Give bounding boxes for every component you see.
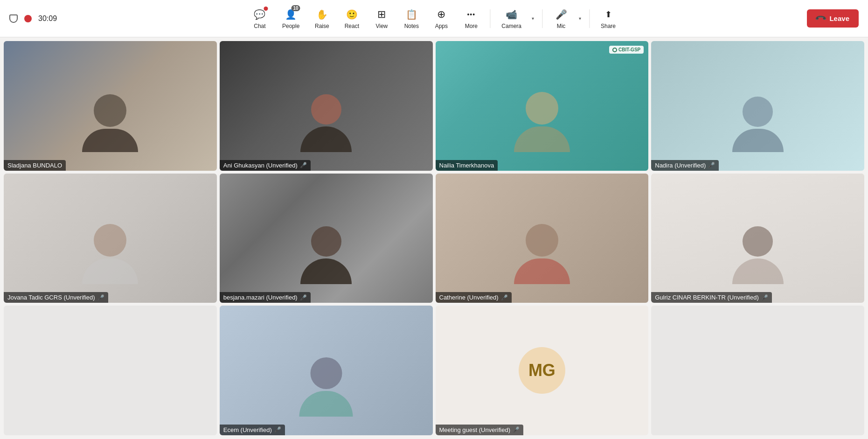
react-icon: 🙂 — [345, 8, 358, 21]
besjana-silhouette — [300, 226, 352, 284]
jovana-silhouette — [82, 224, 138, 284]
people-button[interactable]: 👤 10 People — [276, 5, 306, 32]
toolbar-divider-1 — [490, 9, 490, 28]
share-label: Share — [601, 23, 616, 29]
react-button[interactable]: 🙂 React — [338, 5, 366, 32]
name-text-catherine: Catherine (Unverified) — [439, 294, 499, 301]
video-cell-nailia: CBIT-GSP Nailia Timerkhanova — [436, 41, 649, 171]
nailia-silhouette — [514, 92, 570, 152]
people-count-badge: 10 — [292, 5, 300, 11]
raise-button[interactable]: ✋ Raise — [308, 5, 336, 32]
video-cell-meeting-guest: MG Meeting guest (Unverified) 🎤 — [436, 306, 649, 435]
name-tag-ecem: Ecem (Unverified) 🎤 — [220, 425, 285, 435]
video-cell-ecem: Ecem (Unverified) 🎤 — [220, 306, 433, 435]
ani-silhouette — [300, 94, 352, 152]
mic-off-icon-nadira: 🎤 — [708, 162, 715, 168]
chat-notification-dot — [264, 7, 268, 11]
apps-icon: ⊕ — [435, 8, 448, 21]
mic-button[interactable]: 🎤 Mic — [547, 5, 575, 32]
video-grid: Sladjana BUNDALO Ani Ghukasyan (Unverifi… — [0, 37, 868, 439]
raise-label: Raise — [315, 23, 329, 29]
share-button[interactable]: ⬆ Share — [594, 5, 622, 32]
meeting-guest-avatar: MG — [519, 347, 565, 394]
video-cell-ani: Ani Ghukasyan (Unverified) 🎤 — [220, 41, 433, 171]
mic-arrow-button[interactable]: ▾ — [575, 9, 584, 28]
mic-off-icon-besjana: 🎤 — [300, 294, 307, 301]
toolbar-divider-3 — [589, 9, 590, 28]
name-text-ecem: Ecem (Unverified) — [223, 426, 272, 433]
camera-button[interactable]: 📹 Camera — [495, 5, 528, 32]
video-cell-catherine: Catherine (Unverified) 🎤 — [436, 174, 649, 303]
mic-icon: 🎤 — [555, 8, 568, 21]
video-cell-besjana: besjana.mazari (Unverified) 🎤 — [220, 174, 433, 303]
record-indicator — [24, 15, 32, 22]
apps-button[interactable]: ⊕ Apps — [427, 5, 455, 32]
more-button[interactable]: ••• More — [457, 5, 485, 32]
more-icon: ••• — [465, 8, 478, 21]
name-tag-nailia: Nailia Timerkhanova — [436, 160, 498, 171]
logo-circle — [612, 48, 617, 52]
raise-hand-icon: ✋ — [315, 8, 328, 21]
name-tag-nadira: Nadira (Unverified) 🎤 — [651, 160, 719, 171]
share-icon: ⬆ — [602, 8, 615, 21]
view-label: View — [375, 23, 388, 29]
apps-label: Apps — [435, 23, 448, 29]
topbar-left: 30:09 — [9, 14, 57, 23]
sladjana-silhouette — [82, 94, 138, 152]
video-cell-sladjana: Sladjana BUNDALO — [4, 41, 217, 171]
notes-button[interactable]: 📋 Notes — [397, 5, 425, 32]
mic-off-icon-jovana: 🎤 — [97, 294, 104, 301]
camera-group: 📹 Camera ▾ — [495, 5, 537, 32]
toolbar-center: 💬 Chat 👤 10 People ✋ Raise 🙂 React ⊞ Vi — [246, 5, 622, 32]
meeting-timer: 30:09 — [38, 14, 57, 23]
name-tag-meeting-guest: Meeting guest (Unverified) 🎤 — [436, 425, 523, 435]
logo-cbit: CBIT-GSP — [609, 46, 644, 54]
view-button[interactable]: ⊞ View — [368, 5, 396, 32]
mic-group: 🎤 Mic ▾ — [547, 5, 584, 32]
view-icon: ⊞ — [375, 8, 388, 21]
catherine-silhouette — [514, 224, 570, 284]
react-label: React — [345, 23, 359, 29]
video-cell-nadira: Nadira (Unverified) 🎤 — [651, 41, 864, 171]
chat-icon: 💬 — [253, 8, 266, 21]
name-text-sladjana: Sladjana BUNDALO — [7, 162, 62, 169]
toolbar-divider-2 — [542, 9, 542, 28]
leave-phone-icon: 📞 — [815, 12, 828, 25]
mic-off-icon-ecem: 🎤 — [274, 426, 281, 433]
ecem-silhouette — [299, 357, 353, 417]
shield-icon — [9, 14, 18, 23]
leave-button[interactable]: 📞 Leave — [807, 9, 859, 28]
name-text-nadira: Nadira (Unverified) — [655, 162, 706, 169]
chat-label: Chat — [254, 23, 265, 29]
mic-label: Mic — [557, 23, 566, 29]
name-text-nailia: Nailia Timerkhanova — [439, 162, 494, 169]
topbar: 30:09 💬 Chat 👤 10 People ✋ Raise 🙂 — [0, 0, 868, 37]
video-cell-empty-1 — [4, 306, 217, 435]
chat-button[interactable]: 💬 Chat — [246, 5, 274, 32]
video-cell-empty-2 — [651, 306, 864, 435]
notes-label: Notes — [404, 23, 419, 29]
video-cell-gulriz: Gulriz CINAR BERKIN-TR (Unverified) 🎤 — [651, 174, 864, 303]
mic-off-icon-gulriz: 🎤 — [761, 294, 768, 301]
name-tag-gulriz: Gulriz CINAR BERKIN-TR (Unverified) 🎤 — [651, 292, 771, 303]
name-tag-catherine: Catherine (Unverified) 🎤 — [436, 292, 512, 303]
mic-off-icon-guest: 🎤 — [513, 426, 520, 433]
mic-off-icon-catherine: 🎤 — [501, 294, 508, 301]
people-icon: 👤 10 — [285, 8, 298, 21]
name-tag-jovana: Jovana Tadic GCRS (Unverified) 🎤 — [4, 292, 108, 303]
gulriz-silhouette — [732, 226, 784, 284]
name-tag-sladjana: Sladjana BUNDALO — [4, 160, 66, 171]
nadira-silhouette — [732, 97, 784, 152]
name-tag-besjana: besjana.mazari (Unverified) 🎤 — [220, 292, 311, 303]
more-label: More — [465, 23, 478, 29]
camera-arrow-button[interactable]: ▾ — [528, 9, 537, 28]
leave-label: Leave — [829, 14, 849, 22]
name-text-meeting-guest: Meeting guest (Unverified) — [439, 426, 510, 433]
mic-off-icon-ani: 🎤 — [300, 162, 307, 168]
name-text-ani: Ani Ghukasyan (Unverified) — [223, 162, 298, 169]
people-label: People — [282, 23, 299, 29]
camera-label: Camera — [501, 23, 521, 29]
camera-icon: 📹 — [505, 8, 518, 21]
video-cell-jovana: Jovana Tadic GCRS (Unverified) 🎤 — [4, 174, 217, 303]
name-text-besjana: besjana.mazari (Unverified) — [223, 294, 298, 301]
